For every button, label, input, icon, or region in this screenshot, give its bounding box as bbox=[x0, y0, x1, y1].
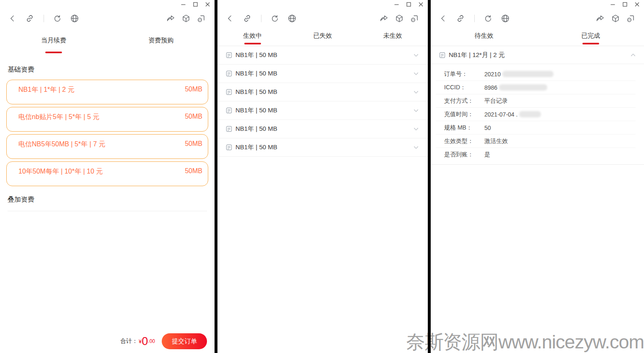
detail-row: 支付方式： 平台记录 bbox=[436, 94, 636, 108]
window-renew: 当月续费 资费预购 基础资费 NB1年 | 1*年 | 2 元 50MB 电信n… bbox=[0, 0, 215, 353]
tab-fee-prebuy[interactable]: 资费预购 bbox=[107, 26, 215, 56]
tab-label: 待生效 bbox=[475, 32, 494, 39]
cube-icon[interactable] bbox=[611, 14, 620, 23]
chevron-down-icon bbox=[413, 107, 419, 114]
tab-pending[interactable]: 待生效 bbox=[431, 26, 538, 46]
share-icon[interactable] bbox=[166, 14, 175, 23]
plan-card[interactable]: 电信NB5年50MB | 5*年 | 7 元 50MB bbox=[6, 134, 208, 159]
package-label: NB1年 | 50 MB bbox=[235, 51, 277, 59]
tab-current-month-renew[interactable]: 当月续费 bbox=[0, 26, 107, 56]
window-status-list: 生效中 已失效 未生效 NB1年 | 50 MB NB1年 | 50 MB bbox=[217, 0, 428, 353]
plan-card[interactable]: NB1年 | 1*年 | 2 元 50MB bbox=[6, 80, 208, 104]
currency-symbol: ¥ bbox=[139, 338, 142, 345]
link-icon[interactable] bbox=[243, 14, 252, 23]
close-button[interactable] bbox=[418, 1, 424, 7]
globe-icon[interactable] bbox=[70, 14, 79, 23]
document-icon bbox=[226, 126, 232, 132]
minimize-button[interactable] bbox=[610, 1, 616, 7]
status-tabbar: 生效中 已失效 未生效 bbox=[217, 26, 428, 46]
order-item-header[interactable]: NB1年 | 12*月 | 2 元 bbox=[431, 46, 644, 64]
window-separator bbox=[215, 0, 217, 353]
plan-name: 10年50M每年 | 10*年 | 10 元 bbox=[18, 167, 103, 176]
detail-row: 生效类型： 激活生效 bbox=[436, 135, 636, 148]
total-amount-decimal: .00 bbox=[148, 338, 155, 344]
order-detail-list: 订单号： 20210 ICCID： 8986 支付方式： 平台记录 充值时间： … bbox=[431, 64, 644, 165]
back-icon[interactable] bbox=[439, 14, 447, 23]
minimize-button[interactable] bbox=[393, 1, 399, 7]
tab-completed[interactable]: 已完成 bbox=[538, 26, 644, 46]
back-icon[interactable] bbox=[226, 14, 234, 23]
detail-row: 订单号： 20210 bbox=[436, 67, 636, 81]
total-label: 合计： bbox=[120, 337, 138, 345]
chevron-down-icon bbox=[413, 89, 419, 96]
plan-name: 电信NB5年50MB | 5*年 | 7 元 bbox=[18, 140, 105, 149]
window-toolbar bbox=[0, 11, 215, 26]
package-label: NB1年 | 50 MB bbox=[235, 143, 277, 151]
chevron-down-icon bbox=[413, 126, 419, 132]
capsule-debug-icon[interactable] bbox=[626, 14, 636, 23]
plan-size: 50MB bbox=[185, 140, 202, 148]
maximize-button[interactable] bbox=[192, 1, 198, 7]
chevron-down-icon bbox=[413, 70, 419, 77]
active-tab-underline bbox=[244, 43, 261, 44]
capsule-debug-icon[interactable] bbox=[197, 14, 206, 23]
share-icon[interactable] bbox=[379, 14, 388, 23]
detail-value: 2021-07-04 . bbox=[484, 111, 517, 118]
detail-row: 是否到账： 是 bbox=[436, 148, 636, 161]
detail-label: 生效类型： bbox=[444, 138, 484, 145]
package-list-item[interactable]: NB1年 | 50 MB bbox=[217, 138, 428, 157]
package-label: NB1年 | 50 MB bbox=[235, 106, 277, 114]
toolbar-divider bbox=[474, 15, 475, 22]
capsule-debug-icon[interactable] bbox=[410, 14, 419, 23]
plan-card[interactable]: 电信nb贴片5年 | 5*年 | 5 元 50MB bbox=[6, 107, 208, 132]
devtools-preview-stage: 当月续费 资费预购 基础资费 NB1年 | 1*年 | 2 元 50MB 电信n… bbox=[0, 0, 644, 353]
back-icon[interactable] bbox=[8, 14, 17, 23]
globe-icon[interactable] bbox=[501, 14, 510, 23]
maximize-button[interactable] bbox=[622, 1, 628, 7]
package-list-item[interactable]: NB1年 | 50 MB bbox=[217, 83, 428, 101]
package-list-item[interactable]: NB1年 | 50 MB bbox=[217, 46, 428, 65]
maximize-button[interactable] bbox=[406, 1, 411, 7]
tab-not-active[interactable]: 未生效 bbox=[358, 26, 428, 46]
detail-label: 规格 MB： bbox=[444, 124, 484, 132]
detail-end-divider bbox=[431, 164, 644, 165]
plan-size: 50MB bbox=[185, 113, 202, 120]
package-list-item[interactable]: NB1年 | 50 MB bbox=[217, 65, 428, 83]
active-tab-underline bbox=[582, 43, 599, 44]
detail-label: 充值时间： bbox=[444, 111, 484, 118]
tab-expired[interactable]: 已失效 bbox=[287, 26, 357, 46]
tab-label: 生效中 bbox=[243, 32, 262, 39]
globe-icon[interactable] bbox=[287, 14, 297, 23]
link-icon[interactable] bbox=[25, 14, 34, 23]
document-icon bbox=[226, 70, 232, 77]
order-tabbar: 待生效 已完成 bbox=[431, 26, 644, 46]
detail-value: 是 bbox=[484, 151, 490, 158]
submit-order-button[interactable]: 提交订单 bbox=[162, 333, 207, 349]
close-button[interactable] bbox=[634, 1, 640, 7]
plan-name: NB1年 | 1*年 | 2 元 bbox=[18, 86, 75, 94]
refresh-icon[interactable] bbox=[484, 14, 492, 23]
redacted-value-patch bbox=[519, 111, 541, 117]
package-list-item[interactable]: NB1年 | 50 MB bbox=[217, 101, 428, 120]
window-titlebar bbox=[0, 0, 215, 8]
tab-label: 当月续费 bbox=[41, 36, 66, 44]
package-label: NB1年 | 50 MB bbox=[235, 125, 277, 133]
cube-icon[interactable] bbox=[181, 14, 191, 23]
minimize-button[interactable] bbox=[180, 1, 186, 7]
toolbar-divider bbox=[44, 15, 44, 22]
cube-icon[interactable] bbox=[395, 14, 404, 23]
detail-value: 50 bbox=[484, 125, 491, 131]
addon-section-divider bbox=[8, 211, 207, 211]
link-icon[interactable] bbox=[456, 14, 465, 23]
detail-value: 平台记录 bbox=[484, 97, 508, 105]
package-list-item[interactable]: NB1年 | 50 MB bbox=[217, 120, 428, 138]
refresh-icon[interactable] bbox=[271, 14, 279, 23]
chevron-down-icon bbox=[413, 144, 419, 151]
tab-active[interactable]: 生效中 bbox=[217, 26, 287, 46]
document-icon bbox=[226, 107, 232, 114]
close-button[interactable] bbox=[204, 1, 210, 7]
document-icon bbox=[439, 52, 445, 58]
plan-card[interactable]: 10年50M每年 | 10*年 | 10 元 50MB bbox=[6, 161, 208, 186]
share-icon[interactable] bbox=[595, 14, 605, 23]
refresh-icon[interactable] bbox=[53, 14, 62, 23]
